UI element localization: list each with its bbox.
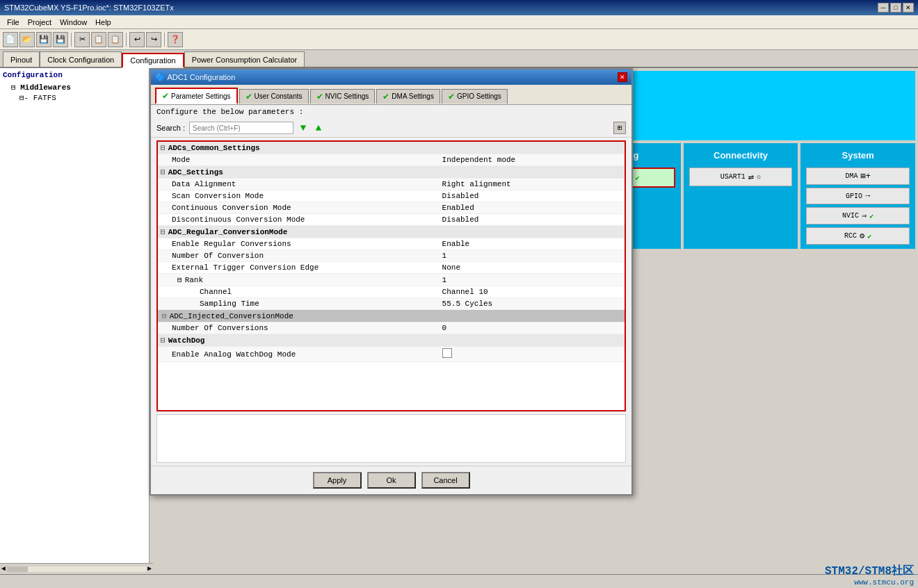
param-value: Independent mode [438,154,625,166]
param-value: 0 [438,322,625,334]
tab-configuration[interactable]: Configuration [122,53,184,68]
table-row[interactable]: Continuous Conversion Mode Enabled [158,202,625,214]
connectivity-title: Connectivity [689,147,793,163]
nvic-label: NVIC [842,212,859,220]
dialog-tab-user[interactable]: ✔ User Constants [239,89,309,104]
dialog-buttons: Apply Ok Cancel [151,466,631,494]
tree-middlewares[interactable]: ⊟ Middlewares [3,82,146,92]
table-row[interactable]: Enable Regular Conversions Enable [158,238,625,250]
param-name: ⊟Rank [158,274,438,286]
section-adc-settings[interactable]: ⊟ADC_Settings [158,166,625,179]
param-name: Sampling Time [158,298,438,310]
toolbar-separator-1 [71,33,72,47]
tool-open[interactable]: 📂 [19,32,35,47]
watchdog-checkbox[interactable] [442,348,452,358]
grid-view-button[interactable]: ⊞ [613,122,626,134]
usart1-indicator: ⚙ [757,173,761,181]
param-value: Enable [438,238,625,250]
tool-paste[interactable]: 📋 [108,32,123,47]
param-value: 55.5 Cycles [438,298,625,310]
tab-clock[interactable]: Clock Configuration [40,51,122,67]
table-row[interactable]: External Trigger Conversion Edge None [158,262,625,274]
section-adcs-common[interactable]: ⊟ADCs_Common_Settings [158,142,625,154]
section-watchdog[interactable]: ⊟WatchDog [158,334,625,347]
ok-button[interactable]: Ok [367,472,416,489]
dialog-tab-param[interactable]: ✔ Parameter Settings [155,88,238,104]
table-row[interactable]: Channel Channel 10 [158,286,625,298]
tool-save[interactable]: 💾 [36,32,51,47]
scroll-thumb[interactable] [7,566,28,572]
param-table-container: ⊟ADCs_Common_Settings Mode Independent m… [156,140,626,411]
search-input[interactable] [189,122,293,134]
search-down-icon[interactable]: ▼ [298,122,309,133]
tool-new[interactable]: 📄 [3,32,18,47]
table-row[interactable]: Enable Analog WatchDog Mode [158,347,625,362]
toolbar: 📄 📂 💾 💾 ✂ 📋 📋 ↩ ↪ ❓ [0,29,918,50]
scroll-track [7,566,146,572]
dma-icon: ⊞+ [860,171,870,181]
system-panel: System DMA ⊞+ GPIO → NVIC ⇒ [800,143,915,249]
cancel-button[interactable]: Cancel [421,472,470,489]
menu-window[interactable]: Window [56,17,91,27]
gpio-button[interactable]: GPIO → [806,188,910,204]
connectivity-panel: Connectivity USART1 ⇌ ⚙ [684,143,798,249]
system-buttons: DMA ⊞+ GPIO → NVIC ⇒ ✔ R [806,168,910,245]
rcc-button[interactable]: RCC ⚙ ✔ [806,227,910,245]
table-row[interactable]: ⊟Rank 1 [158,274,625,286]
stm32-url-text: www.stmcu.org [854,578,914,587]
close-button[interactable]: ✕ [903,3,914,13]
table-row[interactable]: Scan Conversion Mode Disabled [158,190,625,202]
param-name: Number Of Conversion [158,250,438,262]
rcc-check: ✔ [867,232,871,240]
maximize-button[interactable]: □ [890,3,901,13]
tab-power[interactable]: Power Consumption Calculator [184,51,305,67]
nvic-button[interactable]: NVIC ⇒ ✔ [806,207,910,224]
tool-save2[interactable]: 💾 [53,32,68,47]
search-up-icon[interactable]: ▲ [313,122,324,133]
tool-redo[interactable]: ↪ [146,32,161,47]
gpio-check-icon: ✔ [448,92,455,101]
menu-project[interactable]: Project [24,17,56,27]
dma-button[interactable]: DMA ⊞+ [806,168,910,185]
scroll-right-arrow[interactable]: ► [147,565,152,573]
table-row[interactable]: Discontinuous Conversion Mode Disabled [158,214,625,226]
apply-button[interactable]: Apply [313,472,362,489]
tool-copy[interactable]: 📋 [91,32,106,47]
table-row[interactable]: Sampling Time 55.5 Cycles [158,298,625,310]
dialog-bottom-area [156,414,626,463]
table-row[interactable]: Mode Independent mode [158,154,625,166]
param-value[interactable] [438,347,625,362]
tree-fatfs[interactable]: ⊟- FATFS [3,92,146,103]
minimize-button[interactable]: ─ [878,3,889,13]
configure-label: Configure the below parameters : [151,105,631,119]
dialog-title: 🔷 ADC1 Configuration [155,72,235,82]
tool-undo[interactable]: ↩ [129,32,145,47]
menu-file[interactable]: File [3,17,24,27]
param-value: None [438,262,625,274]
scroll-left-arrow[interactable]: ◄ [1,565,6,573]
tool-help[interactable]: ❓ [168,32,183,47]
param-value: 1 [438,250,625,262]
dialog-tab-gpio[interactable]: ✔ GPIO Settings [442,89,508,104]
usart1-button[interactable]: USART1 ⇌ ⚙ [689,168,793,186]
dialog-tab-dma[interactable]: ✔ DMA Settings [376,89,440,104]
param-name: Mode [158,154,438,166]
section-adc-injected[interactable]: ⊟ADC_Injected_ConversionMode [158,310,625,322]
nvic-icon: ⇒ [862,211,867,221]
param-name: Channel [158,286,438,298]
stm32-logo-text: STM32/STM8社区 [825,564,914,578]
usart1-icon: ⇌ [748,171,754,183]
dialog-tab-nvic[interactable]: ✔ NVIC Settings [310,89,376,104]
table-row[interactable]: Number Of Conversion 1 [158,250,625,262]
table-row[interactable]: Data Alignment Right alignment [158,179,625,190]
tab-pinout[interactable]: Pinout [3,51,40,67]
search-bar: Search : ▼ ▲ ⊞ [151,119,631,138]
section-adc-regular[interactable]: ⊟ADC_Regular_ConversionMode [158,226,625,238]
dialog-close-button[interactable]: ✕ [618,72,627,82]
table-row[interactable]: Number Of Conversions 0 [158,322,625,334]
tool-cut[interactable]: ✂ [74,32,90,47]
param-value: Disabled [438,190,625,202]
param-table: ⊟ADCs_Common_Settings Mode Independent m… [158,142,625,362]
gpio-icon: → [865,191,870,201]
menu-help[interactable]: Help [91,17,115,27]
